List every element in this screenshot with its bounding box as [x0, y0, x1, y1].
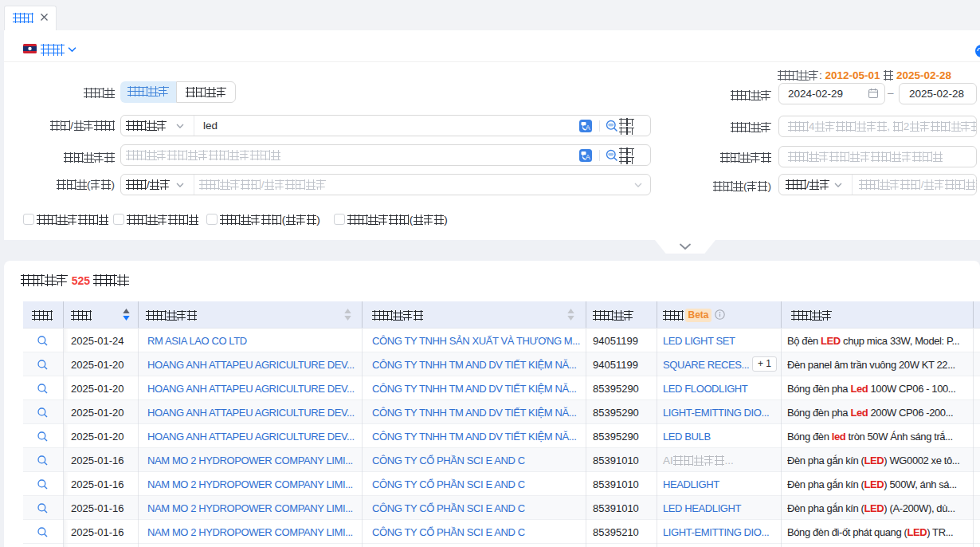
svg-text:A: A	[586, 124, 590, 132]
svg-text:A: A	[586, 153, 590, 161]
